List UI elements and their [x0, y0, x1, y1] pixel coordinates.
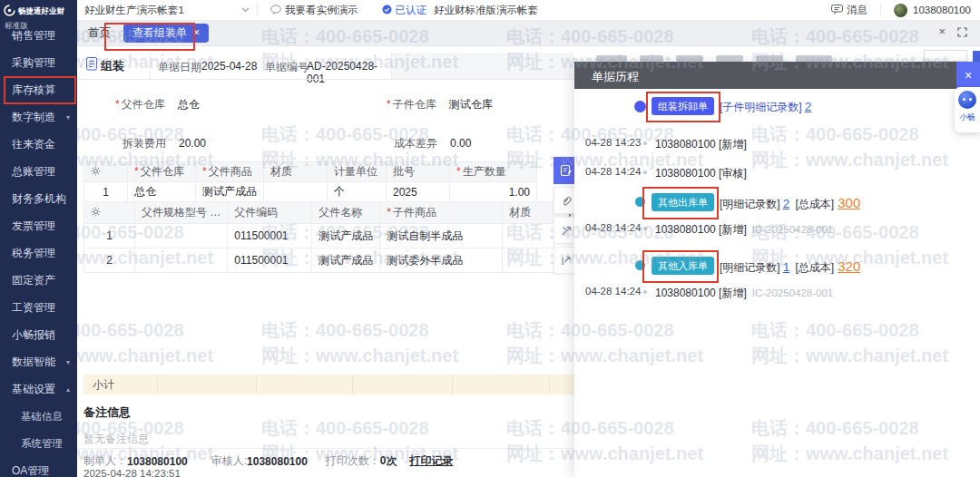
doc-no-label: 单据编号 [265, 60, 309, 75]
tab-home[interactable]: 首页 [88, 25, 111, 41]
sidebar-item-sales-mgmt[interactable]: 销售管理 [0, 22, 77, 49]
parent-item-table: *父件仓库 *父件商品 材质 计量单位 批号 *生产数量 1 总仓 测试产成品 … [83, 161, 537, 202]
sidebar-item-data-intelligence[interactable]: 数据智能▾ [0, 348, 77, 375]
close-all-tabs-icon[interactable]: × [938, 25, 946, 37]
sidebar-item-basic-settings[interactable]: 基础设置▴ [0, 375, 77, 403]
sidebar-item-inventory-accounting[interactable]: 库存核算 [0, 76, 77, 103]
doc-number: IC-20250428-001 [752, 287, 834, 298]
sidebar-item-finance-multi-org[interactable]: 财务多机构 [0, 185, 77, 212]
panel-close-button[interactable]: × [956, 62, 980, 89]
doc-date-label: 单据日期 [158, 60, 201, 75]
sidebar-item-digital-manufacturing[interactable]: 数字制造▾ [0, 103, 77, 131]
column-header[interactable]: 材质 [503, 202, 554, 224]
column-header[interactable]: *子件商品 [380, 202, 503, 224]
log-time: 04-28 14:24 [585, 222, 641, 233]
column-header[interactable]: 计量单位 [328, 162, 387, 182]
chanjet-logo-icon [4, 4, 15, 20]
table-row[interactable]: 1 总仓 测试产成品 个 2025 1.00 [84, 182, 537, 202]
field-child-warehouse[interactable]: *子件仓库测试仓库 [387, 97, 493, 112]
print-log-link[interactable]: 打印记录 [410, 453, 454, 469]
sidebar-item-xiaochang-expense[interactable]: 小畅报销 [0, 321, 77, 348]
divider [880, 5, 881, 15]
product-name: 畅捷通好业财 [18, 6, 64, 17]
log-time: 04-28 14:24 [585, 286, 641, 297]
hidden-button [924, 50, 967, 62]
field-cost-variance[interactable]: 成本差异0.00 [392, 136, 471, 151]
column-header[interactable]: 父件规格型号 … [135, 202, 228, 224]
column-header[interactable]: *父件仓库 [128, 162, 196, 182]
divider [257, 5, 258, 15]
certified-badge[interactable]: 已认证 [382, 4, 427, 17]
column-header[interactable]: 父件名称 [312, 202, 380, 224]
column-header[interactable]: *父件商品 [196, 162, 264, 182]
log-text: 1038080100 [新增]ID-20250428-001 [655, 222, 833, 238]
sidebar-item-fixed-assets[interactable]: 固定资产 [0, 267, 77, 294]
tab-close-icon[interactable]: × [193, 27, 200, 38]
column-header[interactable]: 父件编码 [228, 202, 312, 224]
chevron-down-icon [241, 7, 250, 13]
subtotal-label: 小计 [93, 377, 114, 393]
user-avatar[interactable] [894, 4, 907, 17]
maker-value: 1038080100 [127, 455, 188, 468]
certified-icon [382, 5, 392, 16]
log-text: 1038080100 [审核] [655, 166, 747, 181]
detail-count-link[interactable]: 1 [783, 260, 790, 274]
column-settings-button[interactable] [84, 162, 128, 182]
sidebar-item-oa-mgmt[interactable]: OA管理 [0, 457, 77, 477]
panel-title: 单据历程 [592, 69, 639, 85]
jump-arrow-icon [561, 255, 573, 267]
messages-button[interactable]: 消息 [831, 4, 867, 17]
timeline-dot [635, 197, 645, 207]
subtotal-row: 小计 [83, 375, 574, 394]
doc-type-title: 组装 [101, 58, 124, 74]
doc-number: ID-20250428-001 [752, 224, 834, 235]
remarks-title: 备注信息 [83, 404, 131, 421]
org-name[interactable]: 好业财标准版演示帐套 [434, 4, 538, 17]
field-parent-warehouse[interactable]: *父件仓库总仓 [115, 97, 200, 112]
sidebar-item-funds[interactable]: 往来资金 [0, 131, 77, 158]
sidebar-item-basic-info[interactable]: 基础信息 [0, 403, 77, 430]
maker-label: 制单人： [83, 453, 127, 469]
detail-count-link[interactable]: 2 [783, 197, 790, 210]
table-row[interactable]: 2 011500001 测试产成品 测试委外半成品 个 [84, 248, 618, 273]
column-settings-button[interactable] [84, 202, 135, 224]
sidebar-item-invoice-mgmt[interactable]: 发票管理 [0, 212, 77, 239]
sidebar-item-general-ledger[interactable]: 总账管理 [0, 158, 77, 185]
field-disassembly-fee[interactable]: 拆装费用20.00 [121, 136, 206, 151]
column-header[interactable]: *生产数量 [450, 162, 537, 182]
sidebar-item-payroll[interactable]: 工资管理 [0, 294, 77, 321]
assembly-disassembly-doc-badge[interactable]: 组装拆卸单 [652, 97, 714, 115]
sidebar: 畅捷通好业财 标准版 销售管理 采购管理 库存核算 数字制造▾ 往来资金 总账管… [0, 0, 77, 477]
table-row[interactable]: 1 011500001 测试产成品 测试自制半成品 个 [84, 224, 618, 248]
topbar: 好业财生产演示帐套1 我要看实例演示 已认证 好业财标准版演示帐套 [77, 0, 980, 21]
message-icon [831, 5, 843, 16]
log-text: 1038080100 [新增] [655, 137, 747, 152]
entry-meta: [明细记录数]2 [总成本]300 [720, 195, 860, 212]
sidebar-menu: 销售管理 采购管理 库存核算 数字制造▾ 往来资金 总账管理 财务多机构 发票管… [0, 22, 77, 477]
other-outbound-doc-badge[interactable]: 其他出库单 [652, 193, 714, 211]
paperclip-icon [561, 195, 573, 207]
timeline-dot [635, 260, 645, 270]
total-cost-link[interactable]: 300 [838, 195, 860, 210]
assistant-robot-icon [958, 91, 976, 109]
user-id[interactable]: 1038080100 [913, 5, 971, 15]
child-detail-count-link[interactable]: 2 [805, 100, 812, 113]
tab-view-assembly-order[interactable]: 查看组装单 × [123, 24, 209, 43]
auditor-label: 审核人: [211, 453, 247, 469]
hidden-primary-button [973, 51, 980, 62]
total-cost-link[interactable]: 320 [838, 258, 860, 274]
assembly-doc-icon [86, 57, 97, 74]
column-header[interactable]: 批号 [387, 162, 450, 182]
related-docs-icon [561, 225, 573, 237]
fullscreen-icon[interactable] [957, 27, 967, 39]
child-item-table: 父件规格型号 … 父件编码 父件名称 *子件商品 材质 *计量单位 1 0115… [83, 201, 618, 273]
assistant-widget[interactable]: 小畅 [955, 87, 980, 132]
other-inbound-doc-badge[interactable]: 其他入库单 [652, 257, 714, 275]
account-set-dropdown[interactable]: 好业财生产演示帐套1 [77, 4, 250, 17]
sidebar-item-system-mgmt[interactable]: 系统管理 [0, 430, 77, 457]
column-header[interactable]: 材质 [264, 162, 328, 182]
entry-meta: [明细记录数]1 [总成本]320 [720, 258, 860, 276]
sidebar-item-tax-mgmt[interactable]: 税务管理 [0, 239, 77, 267]
sidebar-item-purchase-mgmt[interactable]: 采购管理 [0, 49, 77, 76]
demo-link[interactable]: 我要看实例演示 [270, 4, 358, 17]
